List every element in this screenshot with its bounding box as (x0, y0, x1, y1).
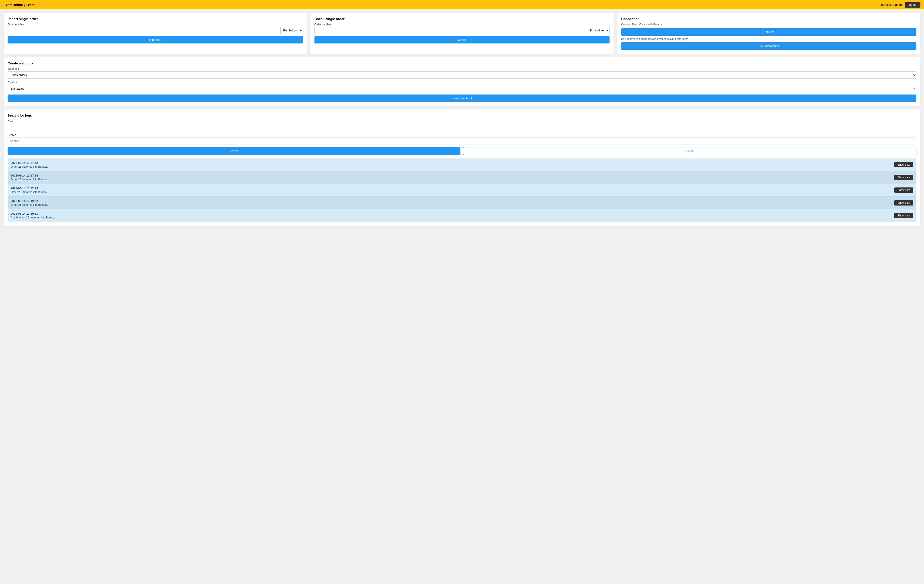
search-buttons: Search Clear (8, 147, 916, 155)
import-card-title: Import single order (8, 17, 303, 21)
log-entries: 2022-03-14 11:27:52 Order 25 imported in… (8, 158, 916, 222)
log-message: Order 25 imported into Bumbal. (11, 203, 48, 206)
see-information-button[interactable]: See information (621, 42, 916, 50)
log-timestamp: 2022-03-14 11:19:52 (11, 199, 48, 203)
clear-button[interactable]: Clear (463, 147, 916, 155)
search-label: Search (8, 134, 916, 137)
check-order-label: Order number: (315, 23, 610, 26)
date-input[interactable]: 03/14/2022 00:00:00 - 03/14/2022 23:59:5… (8, 124, 916, 131)
log-entry: 2022-03-14 11:27:34 Order 25 imported in… (8, 171, 916, 184)
log-entry: 2022-03-14 11:22:23 Order 25 imported in… (8, 184, 916, 196)
import-order-input[interactable] (8, 27, 280, 34)
show-data-button[interactable]: Show data (894, 200, 913, 206)
import-form-row: Bumbal.eu (8, 27, 303, 34)
search-input[interactable] (8, 137, 916, 144)
log-timestamp: 2022-03-14 11:27:52 (11, 161, 48, 165)
import-card: Import single order Order number: Bumbal… (3, 13, 307, 54)
create-webhook-button[interactable]: Create webhook (8, 94, 916, 102)
log-info: 2022-03-14 11:19:52 Order 25 imported in… (11, 199, 48, 206)
webhook-card-title: Create webhook (8, 61, 916, 65)
connection-subtitle: Connect Exact Online with Bumbal (621, 23, 916, 26)
webhook-label: Webhook: (8, 67, 916, 71)
show-data-button[interactable]: Show data (894, 188, 913, 193)
date-label: Date (8, 120, 916, 123)
import-division-select[interactable]: Bumbal.eu (280, 27, 303, 34)
navbar-support: Bumbal Support (881, 3, 902, 7)
log-info: 2022-03-14 11:27:34 Order 25 imported in… (11, 174, 48, 181)
navbar: ExactOnline | Exact Bumbal Support Log o… (0, 0, 924, 9)
logs-card: Search for logs Date 03/14/2022 00:00:00… (3, 109, 921, 226)
cards-row: Import single order Order number: Bumbal… (3, 13, 921, 54)
check-button[interactable]: Check (315, 36, 610, 43)
connection-card: Connection Connect Exact Online with Bum… (617, 13, 921, 54)
webhook-card: Create webhook Webhook: Sales orders Div… (3, 57, 921, 106)
webhook-division-select[interactable]: Bumbal.eu (8, 85, 916, 92)
connect-button[interactable]: Connect (621, 28, 916, 36)
log-message: Combi order 25 imported into Bumbal. (11, 216, 56, 219)
log-entry: 2022-03-14 11:19:52 Order 25 imported in… (8, 196, 916, 209)
connection-card-title: Connection (621, 17, 916, 21)
navbar-right: Bumbal Support Log out (881, 2, 921, 8)
log-timestamp: 2022-03-14 11:19:51 (11, 212, 56, 215)
import-order-label: Order number: (8, 23, 303, 26)
log-timestamp: 2022-03-14 11:22:23 (11, 186, 48, 190)
navbar-brand: ExactOnline | Exact (3, 3, 35, 7)
main-content: Import single order Order number: Bumbal… (0, 9, 924, 229)
check-division-select[interactable]: Bumbal.eu (587, 27, 609, 34)
show-data-button[interactable]: Show data (894, 213, 913, 218)
division-label: Division: (8, 81, 916, 84)
logs-title: Search for logs (8, 114, 916, 117)
check-form-row: Bumbal.eu (315, 27, 610, 34)
connection-info-text: See information about installed webhooks… (621, 38, 916, 41)
webhook-select[interactable]: Sales orders (8, 71, 916, 79)
check-card: Check single order Order number: Bumbal.… (310, 13, 614, 54)
log-info: 2022-03-14 11:22:23 Order 25 imported in… (11, 186, 48, 194)
log-message: Order 25 imported into Bumbal. (11, 178, 48, 181)
log-info: 2022-03-14 11:27:52 Order 25 imported in… (11, 161, 48, 168)
log-entry: 2022-03-14 11:27:52 Order 25 imported in… (8, 158, 916, 171)
logout-button[interactable]: Log out (904, 2, 921, 8)
show-data-button[interactable]: Show data (894, 162, 913, 167)
importeer-button[interactable]: Importeer (8, 36, 303, 43)
search-button[interactable]: Search (8, 147, 460, 155)
show-data-button[interactable]: Show data (894, 175, 913, 180)
log-entry: 2022-03-14 11:19:51 Combi order 25 impor… (8, 209, 916, 222)
log-message: Order 25 imported into Bumbal. (11, 165, 48, 168)
log-info: 2022-03-14 11:19:51 Combi order 25 impor… (11, 212, 56, 219)
log-message: Order 25 imported into Bumbal. (11, 191, 48, 194)
check-card-title: Check single order (315, 17, 610, 21)
check-order-input[interactable] (315, 27, 587, 34)
log-timestamp: 2022-03-14 11:27:34 (11, 174, 48, 177)
